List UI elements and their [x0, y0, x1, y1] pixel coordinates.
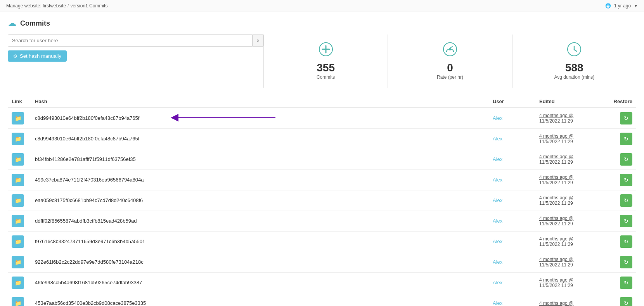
edited-cell: 4 months ago @ — [535, 293, 605, 306]
col-header-user: User — [489, 95, 535, 108]
user-link[interactable]: Alex — [493, 115, 502, 121]
edited-cell: 4 months ago @11/5/2022 11:29 — [535, 252, 605, 272]
set-hash-button[interactable]: ⚙ Set hash manually — [8, 50, 67, 62]
link-button[interactable]: 📁 — [12, 194, 24, 207]
restore-button[interactable]: ↻ — [620, 277, 632, 289]
breadcrumb-separator: / — [68, 3, 69, 9]
edited-absolute: 11/5/2022 11:29 — [539, 139, 573, 144]
edited-relative: 4 months ago @ — [539, 133, 573, 139]
user-link[interactable]: Alex — [493, 300, 502, 306]
hash-cell: 922e61f6b2c2c22dd97e9e7dd580fe73104a218c — [31, 252, 489, 272]
link-button[interactable]: 📁 — [12, 277, 24, 289]
hash-value: c8d99493010e64bff2b180f0efa48c87b94a765f — [35, 136, 139, 142]
search-clear-button[interactable]: × — [252, 35, 264, 47]
user-link[interactable]: Alex — [493, 197, 502, 203]
stats-cards: 355 Commits 0 — [264, 35, 636, 88]
edited-absolute: 11/5/2022 11:29 — [539, 159, 573, 165]
restore-button[interactable]: ↻ — [620, 194, 632, 207]
link-button[interactable]: 📁 — [12, 215, 24, 227]
edited-relative: 4 months ago @ — [539, 236, 573, 242]
edited-absolute: 11/5/2022 11:29 — [539, 118, 573, 124]
user-cell: Alex — [489, 293, 535, 306]
left-controls: × ⚙ Set hash manually — [8, 35, 264, 88]
stats-section: 355 Commits 0 — [264, 35, 636, 88]
hash-cell: 46fe998cc5b4a698f1681b59265ce74dfab93387 — [31, 272, 489, 293]
user-link[interactable]: Alex — [493, 136, 502, 142]
breadcrumb-manage[interactable]: Manage website: firstwebsite — [6, 3, 66, 9]
chevron-down-icon[interactable]: ▼ — [634, 4, 638, 8]
edited-time: 4 months ago @11/5/2022 11:29 — [539, 216, 601, 226]
link-button[interactable]: 📁 — [12, 133, 24, 145]
restore-cell: ↻ — [605, 211, 636, 231]
restore-button[interactable]: ↻ — [620, 153, 632, 166]
user-cell: Alex — [489, 149, 535, 169]
table-row: 📁c8d99493010e64bff2b180f0efa48c87b94a765… — [8, 108, 636, 129]
table-row: 📁499c37cba874e711f2f470316ea96566794a804… — [8, 169, 636, 190]
hash-value: 46fe998cc5b4a698f1681b59265ce74dfab93387 — [35, 280, 142, 285]
hash-value: 499c37cba874e711f2f470316ea96566794a804a — [35, 177, 144, 183]
edited-absolute: 11/5/2022 11:29 — [539, 283, 573, 288]
breadcrumb-nav: Manage website: firstwebsite / version1 … — [6, 3, 107, 9]
set-hash-row: ⚙ Set hash manually — [8, 50, 264, 62]
commits-label: Commits — [317, 74, 335, 80]
link-cell: 📁 — [8, 128, 31, 149]
restore-button[interactable]: ↻ — [620, 297, 632, 306]
user-link[interactable]: Alex — [493, 156, 502, 162]
edited-relative: 4 months ago @ — [539, 195, 573, 201]
link-cell: 📁 — [8, 169, 31, 190]
page-title: Commits — [20, 19, 50, 28]
edited-cell: 4 months ago @11/5/2022 11:29 — [535, 231, 605, 252]
table-row: 📁453e7aab56cd35400e3b2cb9d08cace3875e333… — [8, 293, 636, 306]
user-link[interactable]: Alex — [493, 239, 502, 244]
restore-button[interactable]: ↻ — [620, 235, 632, 248]
hash-cell: eaa059c8175f0c6681bb94c7cd7d8d240c6408f6 — [31, 190, 489, 211]
restore-button[interactable]: ↻ — [620, 215, 632, 227]
svg-line-5 — [450, 47, 452, 48]
controls-container: × ⚙ Set hash manually — [8, 35, 264, 62]
edited-absolute: 11/5/2022 11:29 — [539, 242, 573, 247]
restore-button[interactable]: ↻ — [620, 174, 632, 186]
edited-relative: 4 months ago @ — [539, 257, 573, 262]
user-link[interactable]: Alex — [493, 177, 502, 183]
edited-relative: 4 months ago @ — [539, 113, 573, 118]
restore-cell: ↻ — [605, 108, 636, 129]
user-link[interactable]: Alex — [493, 218, 502, 224]
link-cell: 📁 — [8, 149, 31, 169]
restore-button[interactable]: ↻ — [620, 133, 632, 145]
link-button[interactable]: 📁 — [12, 174, 24, 186]
hash-value: c8d99493010e64bff2b180f0efa48c87b94a765f — [35, 115, 139, 121]
restore-button[interactable]: ↻ — [620, 112, 632, 124]
user-link[interactable]: Alex — [493, 280, 502, 285]
link-button[interactable]: 📁 — [12, 112, 24, 124]
commits-cloud-icon: ☁ — [8, 18, 16, 28]
speedometer-icon — [443, 42, 457, 59]
page-content: ☁ Commits × ⚙ Set hash manually — [0, 12, 644, 306]
hash-cell: ddfff02f85655874abdfb3cffb815ead428b59ad — [31, 211, 489, 231]
restore-cell: ↻ — [605, 231, 636, 252]
link-button[interactable]: 📁 — [12, 153, 24, 166]
table-row: 📁46fe998cc5b4a698f1681b59265ce74dfab9338… — [8, 272, 636, 293]
link-button[interactable]: 📁 — [12, 297, 24, 306]
gear-icon: ⚙ — [13, 54, 17, 59]
link-cell: 📁 — [8, 108, 31, 129]
link-button[interactable]: 📁 — [12, 235, 24, 248]
restore-button[interactable]: ↻ — [620, 256, 632, 268]
hash-cell: 499c37cba874e711f2f470316ea96566794a804a — [31, 169, 489, 190]
edited-relative: 4 months ago @ — [539, 216, 573, 221]
table-header: Link Hash User Edited Restore — [8, 95, 636, 108]
link-button[interactable]: 📁 — [12, 256, 24, 268]
restore-cell: ↻ — [605, 128, 636, 149]
search-input[interactable] — [8, 35, 252, 47]
topbar-right: 🌐 1 yr ago ▼ — [605, 3, 638, 9]
stat-rate: 0 Rate (per hr) — [388, 35, 512, 88]
user-link[interactable]: Alex — [493, 259, 502, 265]
table-row: 📁ddfff02f85655874abdfb3cffb815ead428b59a… — [8, 211, 636, 231]
edited-absolute: 11/5/2022 11:29 — [539, 201, 573, 206]
user-cell: Alex — [489, 272, 535, 293]
edited-time: 4 months ago @11/5/2022 11:29 — [539, 277, 601, 288]
table-row: 📁eaa059c8175f0c6681bb94c7cd7d8d240c6408f… — [8, 190, 636, 211]
table-row: 📁922e61f6b2c2c22dd97e9e7dd580fe73104a218… — [8, 252, 636, 272]
edited-relative: 4 months ago @ — [539, 175, 573, 180]
hash-cell: f97616c8b332473711659d3e971c6b3b4b5a5501 — [31, 231, 489, 252]
time-ago[interactable]: 1 yr ago — [614, 3, 631, 9]
